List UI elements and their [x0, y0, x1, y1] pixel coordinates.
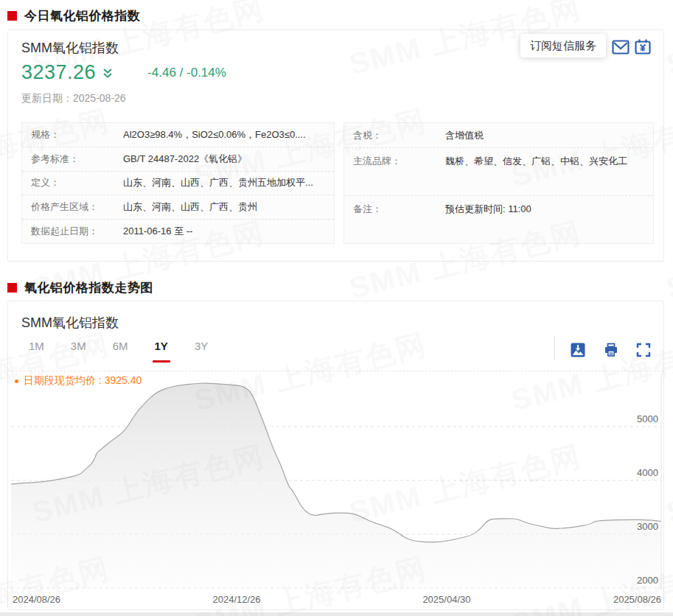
tab-6m[interactable]: 6M — [113, 340, 128, 357]
price-value: 3237.26 — [21, 61, 96, 84]
row-label: 价格产生区域： — [22, 200, 123, 214]
update-date-value: 2025-08-26 — [73, 92, 126, 104]
table-row: 规格： Al2O3≥98.4%，SiO2≤0.06%，Fe2O3≤0.... — [22, 123, 334, 147]
y-axis-label: 5000 — [637, 413, 658, 424]
table-row: 参考标准： GB/T 24487-2022《氧化铝》 — [22, 147, 334, 171]
red-square-bullet-icon — [7, 283, 17, 293]
subscribe-sms-button[interactable]: 订阅短信服务 — [520, 34, 606, 57]
section-header-trend: 氧化铝价格指数走势图 — [7, 279, 153, 296]
trend-chart-card: SMM氧化铝指数 1M 3M 6M 1Y 3Y — [7, 301, 664, 610]
x-axis-label: 2024/12/26 — [213, 594, 261, 605]
price-row: 3237.26 -4.46 / -0.14% — [21, 61, 226, 84]
trend-area-chart[interactable]: 20003000400050002024/08/262024/12/262025… — [8, 368, 665, 611]
x-axis-label: 2024/08/26 — [13, 594, 60, 605]
toolbar-divider — [554, 335, 555, 360]
update-date-row: 更新日期：2025-08-26 — [21, 92, 126, 105]
table-row: 数据起止日期： 2011-06-16 至 -- — [22, 219, 334, 243]
row-value: 含增值税 — [445, 129, 484, 142]
info-table: 含税： 含增值税 主流品牌： 魏桥、希望、信发、广铝、中铝、兴安化工 备注： 预… — [344, 122, 654, 244]
row-value: 山东、河南、山西、广西、贵州五地加权平... — [123, 176, 313, 189]
area-fill — [11, 383, 661, 588]
section-header-today: 今日氧化铝价格指数 — [7, 7, 141, 24]
row-label: 规格： — [22, 128, 123, 141]
table-row: 主流品牌： 魏桥、希望、信发、广铝、中铝、兴安化工 — [344, 147, 653, 195]
tab-3y[interactable]: 3Y — [195, 340, 208, 357]
legend-value: 3925.40 — [105, 374, 142, 386]
price-change: -4.46 / -0.14% — [147, 66, 226, 80]
row-value: GB/T 24487-2022《氧化铝》 — [123, 153, 247, 166]
section-title: 今日氧化铝价格指数 — [24, 7, 141, 24]
y-axis-label: 2000 — [637, 575, 658, 586]
yuan-receipt-icon[interactable] — [633, 38, 652, 57]
row-value: 魏桥、希望、信发、广铝、中铝、兴安化工 — [445, 155, 627, 168]
row-label: 主流品牌： — [344, 155, 445, 168]
row-value: 2011-06-16 至 -- — [123, 225, 192, 238]
table-row: 含税： 含增值税 — [344, 123, 653, 147]
table-row: 定义： 山东、河南、山西、广西、贵州五地加权平... — [22, 171, 334, 195]
red-square-bullet-icon — [7, 11, 17, 21]
legend-label: 日期段现货均价 — [24, 374, 96, 386]
x-axis-label: 2025/08/26 — [613, 594, 661, 605]
tab-3m[interactable]: 3M — [71, 340, 86, 357]
printer-icon[interactable] — [604, 343, 618, 357]
spec-table: 规格： Al2O3≥98.4%，SiO2≤0.06%，Fe2O3≤0.... 参… — [21, 122, 335, 244]
table-row: 价格产生区域： 山东、河南、山西、广西、贵州 — [22, 195, 334, 219]
chart-card-title: SMM氧化铝指数 — [21, 314, 119, 332]
trend-down-icon — [102, 68, 114, 82]
row-label: 定义： — [22, 176, 123, 189]
x-axis-label: 2025/04/30 — [422, 594, 470, 605]
bottom-strip — [0, 612, 673, 616]
range-tabs: 1M 3M 6M 1Y 3Y — [29, 340, 208, 357]
table-row: 备注： 预估更新时间: 11:00 — [344, 195, 653, 243]
y-axis-label: 4000 — [637, 467, 658, 478]
fullscreen-icon[interactable] — [636, 343, 651, 357]
y-axis-label: 3000 — [637, 521, 658, 532]
tab-1y[interactable]: 1Y — [155, 340, 168, 357]
update-date-label: 更新日期： — [21, 92, 73, 104]
index-card-title: SMM氧化铝指数 — [21, 39, 119, 57]
tab-1m[interactable]: 1M — [29, 340, 44, 357]
row-label: 参考标准： — [22, 153, 123, 166]
row-label: 数据起止日期： — [22, 225, 123, 238]
row-label: 含税： — [344, 129, 445, 142]
row-value: Al2O3≥98.4%，SiO2≤0.06%，Fe2O3≤0.... — [123, 128, 306, 141]
legend-dot-icon — [15, 379, 18, 383]
mail-icon[interactable] — [611, 38, 630, 57]
row-value: 山东、河南、山西、广西、贵州 — [123, 200, 257, 214]
image-download-icon[interactable] — [571, 343, 585, 357]
chart-legend[interactable]: 日期段现货均价 : 3925.40 — [15, 374, 142, 388]
index-summary-card: SMM氧化铝指数 3237.26 -4.46 / -0.14% 更新日期：202… — [7, 29, 664, 262]
row-label: 备注： — [344, 203, 445, 216]
section-title: 氧化铝价格指数走势图 — [24, 279, 153, 296]
row-value: 预估更新时间: 11:00 — [445, 203, 531, 216]
